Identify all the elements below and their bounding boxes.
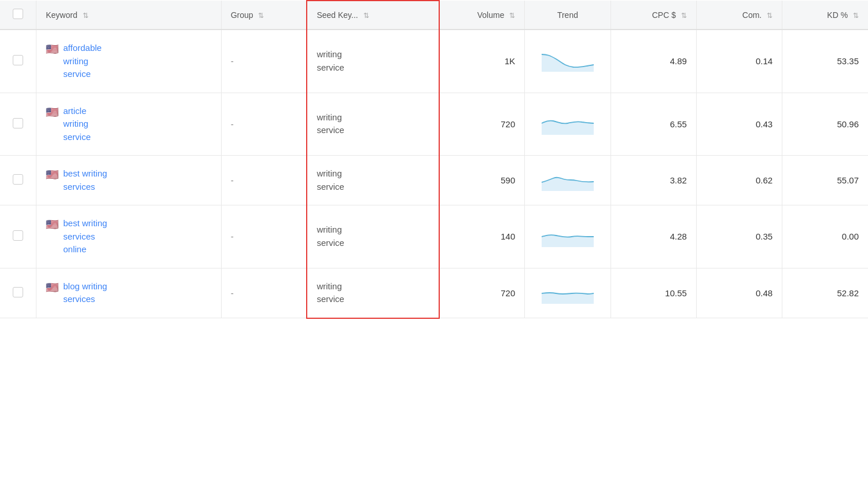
row-checkbox-cell	[0, 93, 36, 156]
row-kd-cell: 55.07	[782, 156, 868, 205]
row-kd-cell: 0.00	[782, 205, 868, 268]
volume-value: 140	[501, 231, 515, 241]
row-com-cell: 0.14	[696, 30, 782, 93]
header-keyword[interactable]: Keyword ⇅	[36, 1, 221, 30]
com-value: 0.62	[756, 175, 773, 185]
trend-sparkline	[542, 112, 594, 135]
select-all-checkbox[interactable]	[13, 9, 23, 19]
kd-value: 0.00	[842, 231, 859, 241]
seed-value: writingservice	[317, 225, 344, 248]
header-trend: Trend	[525, 1, 610, 30]
header-group[interactable]: Group ⇅	[221, 1, 307, 30]
row-trend-cell	[525, 156, 610, 205]
volume-value: 1K	[505, 56, 515, 66]
row-checkbox[interactable]	[13, 230, 23, 241]
keyword-link[interactable]: blog writingservices	[63, 280, 107, 306]
row-cpc-cell: 10.55	[610, 268, 696, 318]
seed-value: writingservice	[317, 49, 344, 72]
row-kd-cell: 53.35	[782, 30, 868, 93]
header-volume-label: Volume	[477, 10, 505, 20]
table-row: 🇺🇸 best writingservicesonline - writings…	[0, 205, 868, 268]
row-group-cell: -	[221, 93, 307, 156]
header-cpc-label: CPC $	[652, 10, 676, 20]
row-checkbox-cell	[0, 205, 36, 268]
row-volume-cell: 720	[439, 268, 525, 318]
trend-sparkline	[542, 224, 594, 247]
row-keyword-cell: 🇺🇸 best writingservicesonline	[36, 205, 221, 268]
row-trend-cell	[525, 205, 610, 268]
row-keyword-cell: 🇺🇸 affordablewritingservice	[36, 30, 221, 93]
keyword-link[interactable]: best writingservices	[63, 167, 107, 193]
row-checkbox[interactable]	[13, 55, 23, 65]
table-row: 🇺🇸 articlewritingservice - writingservic…	[0, 93, 868, 156]
kd-value: 50.96	[837, 119, 859, 129]
row-cpc-cell: 6.55	[610, 93, 696, 156]
row-volume-cell: 590	[439, 156, 525, 205]
group-value: -	[231, 175, 234, 185]
table-row: 🇺🇸 blog writingservices - writingservice…	[0, 268, 868, 318]
com-filter-icon[interactable]: ⇅	[767, 12, 773, 20]
keyword-cell-content: 🇺🇸 blog writingservices	[46, 280, 211, 306]
trend-sparkline	[542, 49, 594, 72]
row-cpc-cell: 3.82	[610, 156, 696, 205]
row-checkbox-cell	[0, 156, 36, 205]
volume-filter-icon[interactable]: ⇅	[509, 12, 515, 20]
row-keyword-cell: 🇺🇸 best writingservices	[36, 156, 221, 205]
com-value: 0.14	[756, 56, 773, 66]
country-flag: 🇺🇸	[46, 43, 58, 56]
seed-filter-icon[interactable]: ⇅	[363, 12, 369, 20]
row-trend-cell	[525, 268, 610, 318]
volume-value: 590	[501, 175, 515, 185]
volume-value: 720	[501, 119, 515, 129]
keyword-filter-icon[interactable]: ⇅	[83, 12, 89, 20]
row-keyword-cell: 🇺🇸 articlewritingservice	[36, 93, 221, 156]
row-volume-cell: 140	[439, 205, 525, 268]
header-com[interactable]: Com. ⇅	[696, 1, 782, 30]
kd-value: 55.07	[837, 175, 859, 185]
header-seed-label: Seed Key...	[317, 10, 358, 20]
com-value: 0.48	[756, 288, 773, 298]
keyword-cell-content: 🇺🇸 best writingservicesonline	[46, 217, 211, 256]
header-kd[interactable]: KD % ⇅	[782, 1, 868, 30]
row-group-cell: -	[221, 205, 307, 268]
cpc-filter-icon[interactable]: ⇅	[681, 12, 687, 20]
row-com-cell: 0.35	[696, 205, 782, 268]
row-trend-cell	[525, 93, 610, 156]
row-group-cell: -	[221, 30, 307, 93]
row-kd-cell: 52.82	[782, 268, 868, 318]
cpc-value: 3.82	[670, 175, 687, 185]
keyword-table: Keyword ⇅ Group ⇅ Seed Key... ⇅ Volume ⇅…	[0, 0, 868, 319]
row-checkbox[interactable]	[13, 174, 23, 185]
row-checkbox[interactable]	[13, 287, 23, 297]
keyword-cell-content: 🇺🇸 affordablewritingservice	[46, 42, 211, 81]
trend-sparkline	[542, 168, 594, 191]
row-kd-cell: 50.96	[782, 93, 868, 156]
row-checkbox-cell	[0, 268, 36, 318]
row-volume-cell: 1K	[439, 30, 525, 93]
header-volume[interactable]: Volume ⇅	[439, 1, 525, 30]
seed-value: writingservice	[317, 112, 344, 135]
com-value: 0.35	[756, 231, 773, 241]
cpc-value: 10.55	[665, 288, 687, 298]
row-checkbox[interactable]	[13, 118, 23, 128]
trend-sparkline	[542, 281, 594, 304]
country-flag: 🇺🇸	[46, 106, 58, 119]
header-group-label: Group	[231, 10, 253, 20]
keyword-cell-content: 🇺🇸 articlewritingservice	[46, 105, 211, 144]
group-value: -	[231, 231, 234, 241]
table-body: 🇺🇸 affordablewritingservice - writingser…	[0, 30, 868, 318]
country-flag: 🇺🇸	[46, 218, 58, 231]
header-seed[interactable]: Seed Key... ⇅	[307, 1, 439, 30]
kd-filter-icon[interactable]: ⇅	[853, 12, 859, 20]
header-keyword-label: Keyword	[46, 10, 77, 20]
kd-value: 53.35	[837, 56, 859, 66]
keyword-link[interactable]: articlewritingservice	[63, 105, 91, 144]
keyword-table-container: Keyword ⇅ Group ⇅ Seed Key... ⇅ Volume ⇅…	[0, 0, 868, 319]
keyword-link[interactable]: affordablewritingservice	[63, 42, 101, 81]
row-com-cell: 0.62	[696, 156, 782, 205]
keyword-cell-content: 🇺🇸 best writingservices	[46, 167, 211, 193]
header-cpc[interactable]: CPC $ ⇅	[610, 1, 696, 30]
group-filter-icon[interactable]: ⇅	[258, 12, 264, 20]
country-flag: 🇺🇸	[46, 281, 58, 294]
keyword-link[interactable]: best writingservicesonline	[63, 217, 107, 256]
